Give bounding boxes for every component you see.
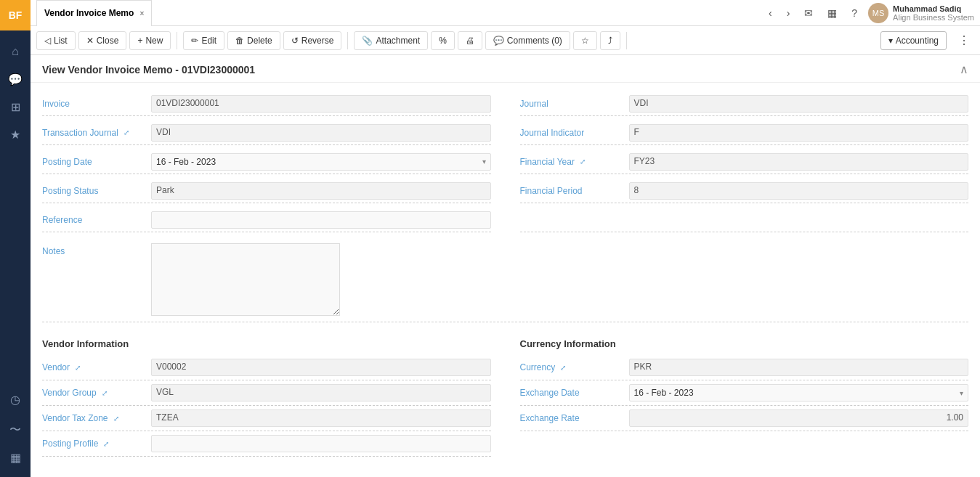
currency-label: Currency ⤢ <box>520 362 629 372</box>
empty-col <box>520 211 969 232</box>
posting-profile-link-icon[interactable]: ⤢ <box>103 440 109 448</box>
form-row-1: Invoice 01VDI23000001 Journal VDI <box>42 94 968 119</box>
currency-link-icon[interactable]: ⤢ <box>560 364 566 372</box>
financial-period-value: 8 <box>629 182 969 200</box>
form-row-2: Transaction Journal ⤢ VDI Journal Indica… <box>42 123 968 148</box>
currency-value: PKR <box>629 359 969 376</box>
user-text: Muhammad Sadiq Align Business System <box>893 4 974 22</box>
sidebar-item-reports[interactable]: ▦ <box>0 444 31 471</box>
invoice-label: Invoice <box>42 99 151 109</box>
posting-profile-label: Posting Profile ⤢ <box>42 439 151 449</box>
transaction-journal-value: VDI <box>151 124 491 142</box>
reverse-button[interactable]: ↺ Reverse <box>283 31 342 50</box>
comments-icon: 💬 <box>493 36 504 46</box>
tab-close-btn[interactable]: × <box>139 9 144 17</box>
comments-button[interactable]: 💬 Comments (0) <box>485 31 570 50</box>
vendor-value: V00002 <box>151 359 491 376</box>
list-button[interactable]: ◁ List <box>36 31 76 50</box>
transaction-journal-link-icon[interactable]: ⤢ <box>123 129 129 136</box>
attachment-button[interactable]: 📎 Attachment <box>354 31 428 50</box>
financial-year-link-icon[interactable]: ⤢ <box>580 158 586 166</box>
vendor-link-icon[interactable]: ⤢ <box>75 364 81 372</box>
divider-3 <box>626 32 627 49</box>
accounting-label: Accounting <box>896 36 939 46</box>
attachment-icon: 📎 <box>362 36 373 46</box>
journal-label: Journal <box>520 99 629 109</box>
prev-btn[interactable]: ‹ <box>765 6 776 20</box>
financial-year-label: Financial Year ⤢ <box>520 157 629 167</box>
vendor-tax-zone-link-icon[interactable]: ⤢ <box>113 415 119 423</box>
sidebar-item-chat[interactable]: 💬 <box>0 65 31 93</box>
transaction-journal-label: Transaction Journal ⤢ <box>42 128 151 138</box>
accounting-dropdown-icon: ▾ <box>888 36 893 46</box>
divider-2 <box>347 32 348 49</box>
help-btn[interactable]: ? <box>848 6 861 20</box>
reference-value[interactable] <box>151 211 491 229</box>
notes-textarea[interactable] <box>151 243 340 316</box>
share-icon: ⤴ <box>608 36 612 46</box>
vendor-group-link-icon[interactable]: ⤢ <box>102 389 108 397</box>
exchange-date-dropdown-icon: ▾ <box>960 389 963 397</box>
vendor-group-field: Vendor Group ⤢ VGL <box>42 380 491 406</box>
next-btn[interactable]: › <box>783 6 794 20</box>
journal-indicator-value: F <box>629 124 969 142</box>
print-icon: 🖨 <box>466 36 474 46</box>
general-section: General Tax Exempt Number Party Bank ⤢ <box>42 467 491 477</box>
reference-field: Reference <box>42 211 491 232</box>
edit-label: Edit <box>201 36 216 46</box>
internal-ref-section: Internal Reference Purchase Order ⤢ <box>520 467 969 477</box>
journal-field: Journal VDI <box>520 94 969 116</box>
plus-icon: + <box>137 36 142 46</box>
delete-icon: 🗑 <box>235 36 244 46</box>
notes-label: Notes <box>42 243 151 256</box>
exchange-rate-field: Exchange Rate 1.00 <box>520 406 969 431</box>
sidebar-item-apps[interactable]: ⊞ <box>0 93 31 121</box>
print-button[interactable]: 🖨 <box>458 31 482 50</box>
edit-button[interactable]: ✏ Edit <box>183 31 224 50</box>
page-header: View Vendor Invoice Memo - 01VDI23000001… <box>31 55 980 83</box>
star-button[interactable]: ☆ <box>573 31 597 50</box>
posting-date-label: Posting Date <box>42 157 151 167</box>
close-button[interactable]: ✕ Close <box>78 31 127 50</box>
vendor-field: Vendor ⤢ V00002 <box>42 355 491 380</box>
user-company: Align Business System <box>893 13 974 22</box>
invoice-field: Invoice 01VDI23000001 <box>42 94 491 116</box>
vendor-tax-zone-field: Vendor Tax Zone ⤢ TZEA <box>42 406 491 431</box>
posting-date-value[interactable]: 16 - Feb - 2023 ▾ <box>151 153 491 171</box>
percent-button[interactable]: % <box>431 31 455 50</box>
close-icon: ✕ <box>86 36 94 46</box>
posting-status-field: Posting Status Park <box>42 182 491 203</box>
top-bar-right: ‹ › ✉ ▦ ? MS Muhammad Sadiq Align Busine… <box>765 3 974 23</box>
user-avatar: MS <box>868 3 888 23</box>
sidebar-item-favorites[interactable]: ★ <box>0 121 31 148</box>
collapse-button[interactable]: ∧ <box>960 62 968 76</box>
sidebar-item-clock[interactable]: ◷ <box>0 386 31 413</box>
reverse-label: Reverse <box>301 36 334 46</box>
posting-date-dropdown-icon: ▾ <box>482 158 486 166</box>
reference-label: Reference <box>42 215 151 225</box>
mail-btn[interactable]: ✉ <box>801 6 817 20</box>
chart-btn[interactable]: ▦ <box>824 6 841 20</box>
sidebar-item-home[interactable]: ⌂ <box>0 38 31 65</box>
delete-button[interactable]: 🗑 Delete <box>227 31 280 50</box>
sidebar-item-activity[interactable]: 〜 <box>0 416 31 444</box>
exchange-date-value[interactable]: 16 - Feb - 2023 ▾ <box>629 384 969 401</box>
posting-profile-value[interactable] <box>151 435 491 452</box>
accounting-button[interactable]: ▾ Accounting <box>880 31 947 50</box>
top-bar: Vendor Invoice Memo × ‹ › ✉ ▦ ? MS Muham… <box>31 0 980 26</box>
new-button[interactable]: + New <box>129 31 171 50</box>
journal-value: VDI <box>629 95 969 113</box>
reverse-icon: ↺ <box>291 36 299 46</box>
more-options-button[interactable]: ⋮ <box>954 32 974 49</box>
exchange-rate-value: 1.00 <box>629 409 969 427</box>
vendor-info-section: Vendor Information Vendor ⤢ V00002 Vendo… <box>42 328 491 457</box>
exchange-date-label: Exchange Date <box>520 388 629 398</box>
posting-date-field: Posting Date 16 - Feb - 2023 ▾ <box>42 152 491 174</box>
new-label: New <box>145 36 163 46</box>
percent-icon: % <box>439 36 447 46</box>
user-name: Muhammad Sadiq <box>893 4 974 13</box>
vendor-tax-zone-value: TZEA <box>151 409 491 427</box>
vendor-invoice-memo-tab[interactable]: Vendor Invoice Memo × <box>36 0 152 26</box>
share-button[interactable]: ⤴ <box>600 31 620 50</box>
app-logo[interactable]: BF <box>0 0 31 30</box>
